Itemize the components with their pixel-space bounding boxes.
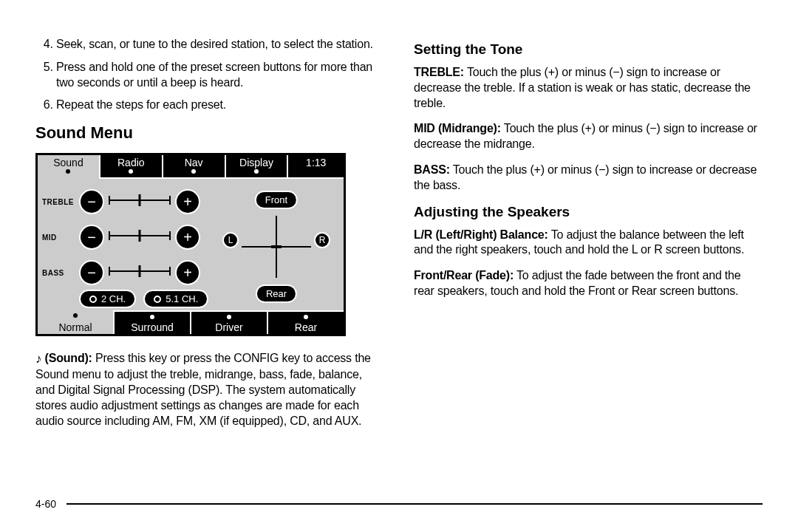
treble-plus-button[interactable]: + xyxy=(175,189,200,214)
mid-paragraph: MID (Midrange): Touch the plus (+) or mi… xyxy=(414,121,763,152)
heading-sound-menu: Sound Menu xyxy=(35,123,384,143)
page-footer: 4-60 xyxy=(35,489,763,510)
dsp-rear-button[interactable]: Rear xyxy=(268,310,344,334)
bass-minus-button[interactable]: − xyxy=(79,260,104,285)
bass-slider[interactable] xyxy=(109,270,171,275)
bass-paragraph: BASS: Touch the plus (+) or minus (−) si… xyxy=(414,163,763,194)
tab-radio[interactable]: Radio xyxy=(100,155,163,179)
sound-key-paragraph: ♪ (Sound): Press this key or press the C… xyxy=(35,351,384,429)
treble-slider[interactable] xyxy=(109,200,171,204)
mid-slider[interactable] xyxy=(109,235,171,239)
mid-minus-button[interactable]: − xyxy=(79,225,104,250)
clock-readout: 1:13 xyxy=(288,155,344,179)
mid-plus-button[interactable]: + xyxy=(175,225,200,250)
label-treble: TREBLE xyxy=(38,198,78,206)
balance-paragraph: L/R (Left/Right) Balance: To adjust the … xyxy=(414,228,763,259)
page-number: 4-60 xyxy=(35,498,56,510)
tab-nav[interactable]: Nav xyxy=(163,155,226,179)
tab-display[interactable]: Display xyxy=(226,155,289,179)
dsp-surround-button[interactable]: Surround xyxy=(115,310,191,334)
label-mid: MID xyxy=(38,233,78,242)
channel-5-1-button[interactable]: 5.1 CH. xyxy=(143,290,208,308)
instruction-list: Seek, scan, or tune to the desired stati… xyxy=(35,37,384,113)
label-bass: BASS xyxy=(38,269,78,277)
bass-plus-button[interactable]: + xyxy=(175,260,200,285)
dsp-driver-button[interactable]: Driver xyxy=(191,310,268,334)
channel-2-button[interactable]: 2 CH. xyxy=(79,290,136,308)
balance-left-button[interactable]: L xyxy=(222,232,239,248)
step-6: Repeat the steps for each preset. xyxy=(56,98,384,113)
step-4: Seek, scan, or tune to the desired stati… xyxy=(56,37,384,52)
fade-rear-button[interactable]: Rear xyxy=(256,284,297,303)
footer-rule xyxy=(66,503,763,505)
balance-right-button[interactable]: R xyxy=(314,232,330,248)
dsp-normal-button[interactable]: Normal xyxy=(38,310,115,334)
music-note-icon: ♪ xyxy=(35,352,41,366)
treble-minus-button[interactable]: − xyxy=(79,189,104,214)
tab-sound[interactable]: Sound xyxy=(38,155,100,179)
sound-menu-screenshot: Sound Radio Nav Display 1:13 TREBLE − + … xyxy=(35,153,346,336)
fade-paragraph: Front/Rear (Fade): To adjust the fade be… xyxy=(414,268,763,299)
treble-paragraph: TREBLE: Touch the plus (+) or minus (−) … xyxy=(414,65,763,111)
fade-front-button[interactable]: Front xyxy=(255,191,298,209)
heading-adjusting-speakers: Adjusting the Speakers xyxy=(414,204,763,220)
heading-setting-tone: Setting the Tone xyxy=(414,41,763,58)
step-5: Press and hold one of the preset screen … xyxy=(56,60,384,91)
balance-fade-grid[interactable] xyxy=(242,216,311,278)
